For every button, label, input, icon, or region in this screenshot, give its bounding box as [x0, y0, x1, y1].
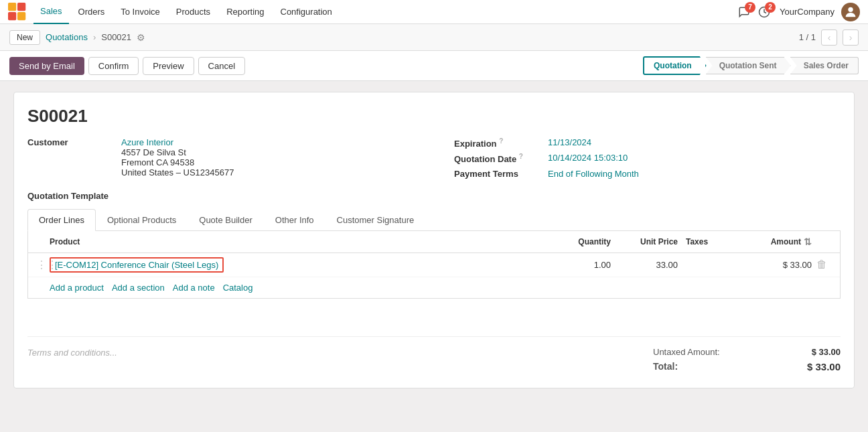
- quotation-date-row: Quotation Date ? 10/14/2024 15:03:10: [454, 153, 841, 164]
- row-delete[interactable]: 🗑: [812, 259, 832, 271]
- row-unit-price[interactable]: 33.00: [611, 260, 678, 270]
- row-drag-handle[interactable]: ⋮⋮: [36, 259, 50, 271]
- confirm-button[interactable]: Confirm: [88, 57, 139, 75]
- row-product-cell[interactable]: [E-COM12] Conference Chair (Steel Legs): [50, 260, 544, 270]
- customer-addr3: United States – US12345677: [121, 167, 234, 177]
- tab-quote-builder[interactable]: Quote Builder: [188, 209, 264, 231]
- tab-bar: Order Lines Optional Products Quote Buil…: [27, 209, 841, 231]
- status-quotation[interactable]: Quotation: [643, 56, 707, 75]
- customer-name[interactable]: Azure Interior: [121, 137, 234, 147]
- total-label: Total:: [653, 361, 678, 372]
- nav-configuration[interactable]: Configuration: [274, 0, 339, 24]
- svg-point-5: [848, 7, 853, 11]
- tab-order-lines[interactable]: Order Lines: [27, 209, 96, 231]
- new-button[interactable]: New: [9, 30, 40, 45]
- add-product-link[interactable]: Add a product: [50, 283, 104, 293]
- status-sales-order[interactable]: Sales Order: [790, 57, 859, 74]
- clock-icon[interactable]: 2: [755, 3, 773, 21]
- clock-badge: 2: [765, 2, 776, 13]
- untaxed-label: Untaxed Amount:: [653, 347, 720, 357]
- payment-terms-label: Payment Terms: [454, 169, 548, 179]
- catalog-link[interactable]: Catalog: [223, 283, 253, 293]
- preview-button[interactable]: Preview: [143, 57, 194, 75]
- form-left: Customer Azure Interior 4557 De Silva St…: [27, 137, 414, 183]
- nav-reporting[interactable]: Reporting: [220, 0, 271, 24]
- payment-terms-row: Payment Terms End of Following Month: [454, 169, 841, 179]
- expiration-value[interactable]: 11/13/2024: [548, 137, 591, 149]
- tab-content-order-lines: Product Quantity Unit Price Taxes Amount…: [27, 231, 841, 299]
- tab-customer-signature[interactable]: Customer Signature: [326, 209, 426, 231]
- quotation-date-help[interactable]: ?: [519, 153, 523, 160]
- breadcrumb-separator: ›: [93, 32, 96, 42]
- col-header-unit-price: Unit Price: [611, 237, 678, 246]
- tab-optional-products[interactable]: Optional Products: [96, 209, 188, 231]
- col-header-product: Product: [50, 237, 544, 246]
- app-logo[interactable]: [8, 3, 27, 21]
- expiration-label: Expiration ?: [454, 137, 548, 149]
- payment-terms-value[interactable]: End of Following Month: [548, 169, 639, 179]
- action-bar: New Quotations › S00021 ⚙ 1 / 1 ‹ ›: [0, 24, 868, 51]
- prev-record-button[interactable]: ‹: [821, 29, 837, 46]
- expiration-help[interactable]: ?: [499, 137, 503, 145]
- col-header-amount: Amount ⇅: [731, 236, 812, 247]
- total-value: $ 33.00: [807, 361, 841, 372]
- total-row: Total: $ 33.00: [653, 359, 841, 374]
- amount-filter-icon[interactable]: ⇅: [804, 236, 812, 247]
- notification-icon[interactable]: 7: [735, 3, 753, 21]
- nav-products[interactable]: Products: [169, 0, 217, 24]
- cancel-button[interactable]: Cancel: [198, 57, 245, 75]
- nav-orders[interactable]: Orders: [72, 0, 112, 24]
- svg-rect-2: [8, 12, 16, 20]
- nav-sales[interactable]: Sales: [33, 0, 69, 24]
- breadcrumb-parent[interactable]: Quotations: [46, 32, 88, 42]
- quotation-date-label: Quotation Date ?: [454, 153, 548, 164]
- add-links-row: Add a product Add a section Add a note C…: [28, 277, 840, 298]
- svg-rect-3: [17, 12, 25, 20]
- customer-value: Azure Interior 4557 De Silva St Fremont …: [121, 137, 234, 177]
- untaxed-row: Untaxed Amount: $ 33.00: [653, 345, 841, 359]
- tab-other-info[interactable]: Other Info: [264, 209, 326, 231]
- nav-to-invoice[interactable]: To Invoice: [114, 0, 167, 24]
- order-number: S00021: [27, 106, 841, 127]
- form-right: Expiration ? 11/13/2024 Quotation Date ?…: [454, 137, 841, 183]
- form-fields: Customer Azure Interior 4557 De Silva St…: [27, 137, 841, 183]
- gear-settings-icon[interactable]: ⚙: [137, 32, 145, 43]
- svg-rect-0: [8, 3, 16, 11]
- customer-addr2: Fremont CA 94538: [121, 157, 234, 167]
- form-card: S00021 Customer Azure Interior 4557 De S…: [13, 92, 855, 388]
- untaxed-value: $ 33.00: [812, 347, 841, 357]
- breadcrumb-current: S00021: [101, 32, 131, 42]
- quotation-template-row: Quotation Template: [27, 191, 841, 201]
- add-section-link[interactable]: Add a section: [112, 283, 165, 293]
- customer-label: Customer: [27, 137, 121, 177]
- form-footer: Terms and conditions... Untaxed Amount: …: [27, 336, 841, 374]
- notification-badge: 7: [745, 2, 755, 13]
- send-email-button[interactable]: Send by Email: [9, 57, 84, 75]
- next-record-button[interactable]: ›: [843, 29, 859, 46]
- add-note-link[interactable]: Add a note: [173, 283, 215, 293]
- quotation-date-value[interactable]: 10/14/2024 15:03:10: [548, 153, 628, 164]
- expiration-row: Expiration ? 11/13/2024: [454, 137, 841, 149]
- company-name[interactable]: YourCompany: [780, 7, 835, 17]
- tabs-container: Order Lines Optional Products Quote Buil…: [27, 209, 841, 299]
- toolbar: Send by Email Confirm Preview Cancel Quo…: [0, 51, 868, 81]
- col-header-taxes: Taxes: [678, 237, 731, 246]
- totals-area: Untaxed Amount: $ 33.00 Total: $ 33.00: [653, 345, 841, 374]
- record-count: 1 / 1: [799, 32, 816, 42]
- customer-addr1: 4557 De Silva St: [121, 147, 234, 157]
- main-content: S00021 Customer Azure Interior 4557 De S…: [0, 81, 868, 406]
- col-header-quantity: Quantity: [544, 237, 611, 246]
- table-row: ⋮⋮ [E-COM12] Conference Chair (Steel Leg…: [28, 253, 840, 277]
- svg-rect-1: [17, 3, 25, 11]
- status-pipeline: Quotation Quotation Sent Sales Order: [643, 56, 859, 75]
- quotation-template-label: Quotation Template: [27, 191, 108, 201]
- row-amount: $ 33.00: [731, 260, 812, 270]
- status-quotation-sent[interactable]: Quotation Sent: [706, 57, 791, 74]
- row-quantity[interactable]: 1.00: [544, 260, 611, 270]
- customer-field-row: Customer Azure Interior 4557 De Silva St…: [27, 137, 414, 177]
- table-header: Product Quantity Unit Price Taxes Amount…: [28, 231, 840, 253]
- avatar[interactable]: [841, 3, 860, 21]
- top-nav: Sales Orders To Invoice Products Reporti…: [0, 0, 868, 24]
- terms-area[interactable]: Terms and conditions...: [27, 345, 653, 374]
